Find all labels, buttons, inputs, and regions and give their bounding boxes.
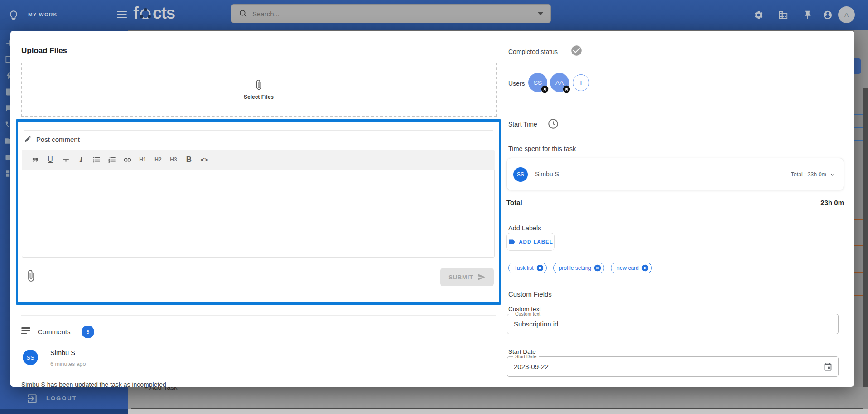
post-comment-title: Post comment bbox=[36, 136, 80, 143]
background-table-row-edge bbox=[854, 245, 863, 246]
sidebar-bottom-strip bbox=[0, 409, 128, 414]
search-icon bbox=[239, 9, 248, 18]
task-detail-modal: Upload Files Select Files Post comment U… bbox=[10, 31, 854, 387]
label-chip[interactable]: profile setting bbox=[553, 263, 604, 273]
total-value: 23h 0m bbox=[820, 199, 844, 206]
comments-count-badge: 8 bbox=[82, 326, 94, 338]
link-icon[interactable] bbox=[120, 153, 135, 166]
logo-text-prefix: f bbox=[133, 4, 138, 23]
comments-icon bbox=[21, 327, 30, 336]
remove-label-icon[interactable] bbox=[641, 264, 649, 272]
workspace-label[interactable]: MY WORK bbox=[28, 12, 58, 17]
remove-label-icon[interactable] bbox=[594, 264, 601, 272]
label-chip-text: new card bbox=[617, 265, 639, 271]
background-table-row-edge bbox=[854, 295, 863, 296]
remove-label-icon[interactable] bbox=[536, 264, 544, 272]
logo-network-icon bbox=[139, 8, 152, 21]
vertical-scrollbar[interactable] bbox=[863, 88, 868, 387]
label-icon bbox=[508, 238, 516, 246]
start-time-label: Start Time bbox=[508, 121, 537, 128]
code-icon[interactable]: <> bbox=[197, 153, 212, 166]
add-label-text: ADD LABEL bbox=[519, 239, 553, 244]
time-row-name: Simbu S bbox=[535, 170, 559, 178]
label-chip[interactable]: Task list bbox=[508, 263, 547, 273]
time-spent-row[interactable]: SS Simbu S Total : 23h 0m bbox=[506, 158, 844, 190]
app-logo: fcts bbox=[133, 4, 175, 23]
search-input[interactable] bbox=[252, 10, 538, 18]
chevron-down-icon[interactable] bbox=[829, 171, 836, 178]
comment-author: Simbu S bbox=[50, 349, 75, 356]
background-table-row-edge bbox=[854, 272, 863, 273]
annotation-highlight-box: Post comment U I H1 H2 H3 B <> – SUBMIT bbox=[16, 119, 501, 305]
attach-file-icon[interactable] bbox=[24, 269, 37, 282]
search-dropdown-caret[interactable] bbox=[538, 12, 543, 15]
attachment-icon bbox=[253, 79, 264, 90]
heading3-icon[interactable]: H3 bbox=[166, 153, 181, 166]
background-table-row-edge bbox=[854, 140, 863, 141]
time-total-row: Total 23h 0m bbox=[506, 199, 844, 206]
bulleted-list-icon[interactable] bbox=[89, 153, 104, 166]
pin-icon[interactable] bbox=[803, 10, 813, 20]
user-avatar[interactable]: A bbox=[838, 6, 855, 23]
custom-fields-title: Custom Fields bbox=[508, 290, 552, 298]
calendar-icon[interactable] bbox=[823, 362, 833, 372]
horizontal-scrollbar[interactable] bbox=[128, 409, 868, 414]
upload-files-title: Upload Files bbox=[21, 46, 67, 55]
edit-icon bbox=[24, 135, 32, 143]
add-label-button[interactable]: ADD LABEL bbox=[506, 233, 555, 251]
account-icon[interactable] bbox=[823, 10, 833, 20]
file-dropzone[interactable]: Select Files bbox=[21, 63, 497, 117]
total-label: Total bbox=[506, 199, 522, 206]
label-chip[interactable]: new card bbox=[611, 263, 652, 273]
company-icon[interactable] bbox=[778, 10, 788, 20]
submit-button[interactable]: SUBMIT bbox=[440, 268, 494, 286]
remove-user-icon[interactable] bbox=[563, 85, 570, 93]
logout-button[interactable]: LOGOUT bbox=[0, 388, 128, 409]
comment-timestamp: 6 minutes ago bbox=[50, 361, 86, 367]
underline-icon[interactable]: U bbox=[43, 153, 58, 166]
completed-check-icon[interactable] bbox=[570, 44, 583, 57]
editor-toolbar: U I H1 H2 H3 B <> – bbox=[22, 150, 495, 170]
send-icon bbox=[477, 273, 486, 281]
comments-title: Comments bbox=[38, 328, 71, 336]
user-chip[interactable]: SS bbox=[528, 73, 547, 92]
label-chips: Task list profile setting new card bbox=[508, 263, 652, 273]
lightbulb-icon[interactable] bbox=[7, 9, 20, 21]
bold-icon[interactable]: B bbox=[181, 153, 197, 166]
add-labels-title: Add Labels bbox=[508, 224, 541, 232]
label-chip-text: profile setting bbox=[559, 265, 591, 271]
time-row-avatar: SS bbox=[513, 167, 528, 182]
quote-icon[interactable] bbox=[27, 153, 43, 166]
horizontal-rule-icon[interactable]: – bbox=[212, 153, 227, 166]
remove-user-icon[interactable] bbox=[541, 85, 549, 93]
add-user-button[interactable]: + bbox=[573, 74, 589, 91]
divider bbox=[21, 315, 496, 316]
comment-text: Simbu S has been updated the task as inc… bbox=[21, 381, 166, 387]
global-search bbox=[231, 4, 551, 23]
users-label: Users bbox=[508, 80, 525, 87]
label-chip-text: Task list bbox=[514, 265, 534, 271]
custom-text-input[interactable] bbox=[514, 314, 822, 334]
submit-label: SUBMIT bbox=[448, 274, 473, 281]
logo-text-suffix: cts bbox=[153, 4, 175, 23]
select-files-label: Select Files bbox=[244, 94, 274, 100]
italic-icon[interactable]: I bbox=[73, 153, 89, 166]
strikethrough-icon[interactable] bbox=[58, 153, 73, 166]
heading1-icon[interactable]: H1 bbox=[135, 153, 150, 166]
start-date-input[interactable] bbox=[514, 357, 822, 376]
settings-icon[interactable] bbox=[754, 10, 764, 20]
time-spent-title: Time spent for this task bbox=[508, 145, 576, 152]
logout-label: LOGOUT bbox=[46, 395, 77, 402]
start-date-field: Start Date bbox=[507, 356, 839, 377]
heading2-icon[interactable]: H2 bbox=[150, 153, 166, 166]
time-row-total: Total : 23h 0m bbox=[791, 171, 836, 178]
time-row-total-text: Total : 23h 0m bbox=[791, 171, 826, 178]
numbered-list-icon[interactable] bbox=[104, 153, 120, 166]
menu-icon[interactable] bbox=[117, 11, 127, 18]
completed-status-label: Completed status bbox=[508, 48, 558, 55]
background-table-row-edge bbox=[854, 219, 863, 220]
logout-icon bbox=[26, 393, 38, 404]
comment-input[interactable] bbox=[22, 170, 495, 258]
user-chip[interactable]: AA bbox=[550, 73, 569, 92]
clock-icon[interactable] bbox=[547, 118, 559, 130]
